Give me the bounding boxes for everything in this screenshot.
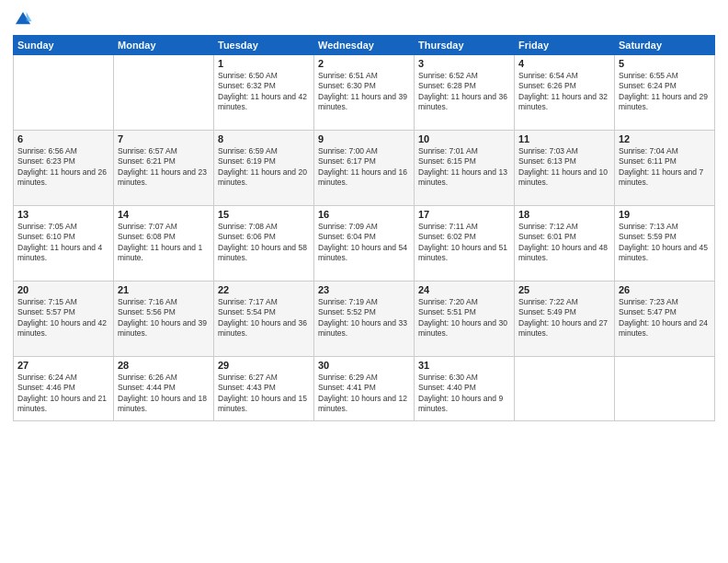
table-row: 7Sunrise: 6:57 AM Sunset: 6:21 PM Daylig… (114, 131, 214, 206)
table-row: 16Sunrise: 7:09 AM Sunset: 6:04 PM Dayli… (314, 206, 415, 282)
cell-info: Sunrise: 7:13 AM Sunset: 5:59 PM Dayligh… (619, 222, 711, 264)
cell-date: 24 (418, 284, 510, 295)
cell-info: Sunrise: 7:15 AM Sunset: 5:57 PM Dayligh… (17, 297, 109, 339)
cell-date: 9 (318, 133, 410, 144)
table-row: 17Sunrise: 7:11 AM Sunset: 6:02 PM Dayli… (415, 206, 515, 282)
calendar-week-row: 13Sunrise: 7:05 AM Sunset: 6:10 PM Dayli… (14, 206, 715, 282)
table-row (615, 357, 715, 421)
cell-info: Sunrise: 6:29 AM Sunset: 4:41 PM Dayligh… (318, 373, 410, 415)
table-row: 2Sunrise: 6:51 AM Sunset: 6:30 PM Daylig… (314, 55, 415, 131)
table-row: 23Sunrise: 7:19 AM Sunset: 5:52 PM Dayli… (314, 282, 415, 357)
table-row: 3Sunrise: 6:52 AM Sunset: 6:28 PM Daylig… (415, 55, 515, 131)
cell-date: 27 (17, 360, 109, 371)
cell-date: 25 (518, 284, 610, 295)
cell-date: 26 (619, 284, 711, 295)
col-thursday: Thursday (415, 36, 515, 55)
cell-date: 3 (418, 58, 510, 69)
cell-info: Sunrise: 7:11 AM Sunset: 6:02 PM Dayligh… (418, 222, 510, 264)
table-row: 14Sunrise: 7:07 AM Sunset: 6:08 PM Dayli… (114, 206, 214, 282)
cell-date: 19 (619, 209, 711, 220)
table-row: 5Sunrise: 6:55 AM Sunset: 6:24 PM Daylig… (615, 55, 715, 131)
cell-info: Sunrise: 6:57 AM Sunset: 6:21 PM Dayligh… (118, 146, 210, 189)
col-saturday: Saturday (615, 36, 715, 55)
cell-info: Sunrise: 7:03 AM Sunset: 6:13 PM Dayligh… (518, 146, 610, 189)
cell-info: Sunrise: 7:04 AM Sunset: 6:11 PM Dayligh… (619, 146, 711, 189)
cell-info: Sunrise: 7:16 AM Sunset: 5:56 PM Dayligh… (118, 297, 210, 339)
cell-date: 5 (619, 58, 711, 69)
calendar-header-row: Sunday Monday Tuesday Wednesday Thursday… (14, 36, 715, 55)
col-tuesday: Tuesday (214, 36, 314, 55)
col-friday: Friday (515, 36, 615, 55)
table-row: 25Sunrise: 7:22 AM Sunset: 5:49 PM Dayli… (515, 282, 615, 357)
table-row: 19Sunrise: 7:13 AM Sunset: 5:59 PM Dayli… (615, 206, 715, 282)
table-row: 24Sunrise: 7:20 AM Sunset: 5:51 PM Dayli… (415, 282, 515, 357)
table-row: 6Sunrise: 6:56 AM Sunset: 6:23 PM Daylig… (14, 131, 114, 206)
cell-info: Sunrise: 7:07 AM Sunset: 6:08 PM Dayligh… (118, 222, 210, 264)
table-row: 4Sunrise: 6:54 AM Sunset: 6:26 PM Daylig… (515, 55, 615, 131)
calendar-week-row: 1Sunrise: 6:50 AM Sunset: 6:32 PM Daylig… (14, 55, 715, 131)
calendar-week-row: 27Sunrise: 6:24 AM Sunset: 4:46 PM Dayli… (14, 357, 715, 421)
cell-date: 13 (17, 209, 109, 220)
cell-info: Sunrise: 6:56 AM Sunset: 6:23 PM Dayligh… (17, 146, 109, 189)
cell-info: Sunrise: 6:59 AM Sunset: 6:19 PM Dayligh… (218, 146, 310, 189)
cell-info: Sunrise: 7:00 AM Sunset: 6:17 PM Dayligh… (318, 146, 410, 189)
col-wednesday: Wednesday (314, 36, 415, 55)
cell-info: Sunrise: 7:23 AM Sunset: 5:47 PM Dayligh… (619, 297, 711, 339)
page: Sunday Monday Tuesday Wednesday Thursday… (0, 0, 728, 563)
table-row: 9Sunrise: 7:00 AM Sunset: 6:17 PM Daylig… (314, 131, 415, 206)
cell-info: Sunrise: 6:52 AM Sunset: 6:28 PM Dayligh… (418, 71, 510, 113)
table-row: 28Sunrise: 6:26 AM Sunset: 4:44 PM Dayli… (114, 357, 214, 421)
cell-info: Sunrise: 7:17 AM Sunset: 5:54 PM Dayligh… (218, 297, 310, 339)
cell-date: 6 (17, 133, 109, 144)
calendar-week-row: 6Sunrise: 6:56 AM Sunset: 6:23 PM Daylig… (14, 131, 715, 206)
table-row: 22Sunrise: 7:17 AM Sunset: 5:54 PM Dayli… (214, 282, 314, 357)
cell-info: Sunrise: 6:50 AM Sunset: 6:32 PM Dayligh… (218, 71, 310, 113)
table-row (114, 55, 214, 131)
table-row: 27Sunrise: 6:24 AM Sunset: 4:46 PM Dayli… (14, 357, 114, 421)
table-row: 15Sunrise: 7:08 AM Sunset: 6:06 PM Dayli… (214, 206, 314, 282)
cell-info: Sunrise: 7:08 AM Sunset: 6:06 PM Dayligh… (218, 222, 310, 264)
cell-date: 22 (218, 284, 310, 295)
cell-date: 11 (518, 133, 610, 144)
table-row: 8Sunrise: 6:59 AM Sunset: 6:19 PM Daylig… (214, 131, 314, 206)
cell-info: Sunrise: 6:51 AM Sunset: 6:30 PM Dayligh… (318, 71, 410, 113)
logo-icon (13, 9, 33, 29)
header (13, 9, 715, 29)
cell-date: 18 (518, 209, 610, 220)
table-row: 21Sunrise: 7:16 AM Sunset: 5:56 PM Dayli… (114, 282, 214, 357)
cell-info: Sunrise: 6:30 AM Sunset: 4:40 PM Dayligh… (418, 373, 510, 415)
logo (13, 9, 35, 29)
cell-info: Sunrise: 6:26 AM Sunset: 4:44 PM Dayligh… (118, 373, 210, 415)
cell-date: 16 (318, 209, 410, 220)
table-row: 11Sunrise: 7:03 AM Sunset: 6:13 PM Dayli… (515, 131, 615, 206)
cell-info: Sunrise: 7:19 AM Sunset: 5:52 PM Dayligh… (318, 297, 410, 339)
table-row (515, 357, 615, 421)
col-sunday: Sunday (14, 36, 114, 55)
cell-date: 1 (218, 58, 310, 69)
table-row: 20Sunrise: 7:15 AM Sunset: 5:57 PM Dayli… (14, 282, 114, 357)
table-row: 12Sunrise: 7:04 AM Sunset: 6:11 PM Dayli… (615, 131, 715, 206)
cell-date: 21 (118, 284, 210, 295)
col-monday: Monday (114, 36, 214, 55)
cell-date: 12 (619, 133, 711, 144)
cell-info: Sunrise: 7:05 AM Sunset: 6:10 PM Dayligh… (17, 222, 109, 264)
cell-info: Sunrise: 6:55 AM Sunset: 6:24 PM Dayligh… (619, 71, 711, 113)
cell-date: 28 (118, 360, 210, 371)
cell-info: Sunrise: 7:12 AM Sunset: 6:01 PM Dayligh… (518, 222, 610, 264)
cell-date: 14 (118, 209, 210, 220)
table-row (14, 55, 114, 131)
table-row: 1Sunrise: 6:50 AM Sunset: 6:32 PM Daylig… (214, 55, 314, 131)
calendar: Sunday Monday Tuesday Wednesday Thursday… (13, 35, 715, 421)
calendar-week-row: 20Sunrise: 7:15 AM Sunset: 5:57 PM Dayli… (14, 282, 715, 357)
cell-info: Sunrise: 7:09 AM Sunset: 6:04 PM Dayligh… (318, 222, 410, 264)
cell-info: Sunrise: 7:22 AM Sunset: 5:49 PM Dayligh… (518, 297, 610, 339)
cell-date: 15 (218, 209, 310, 220)
cell-date: 17 (418, 209, 510, 220)
cell-date: 31 (418, 360, 510, 371)
cell-date: 4 (518, 58, 610, 69)
cell-info: Sunrise: 7:20 AM Sunset: 5:51 PM Dayligh… (418, 297, 510, 339)
cell-info: Sunrise: 6:24 AM Sunset: 4:46 PM Dayligh… (17, 373, 109, 415)
table-row: 26Sunrise: 7:23 AM Sunset: 5:47 PM Dayli… (615, 282, 715, 357)
cell-date: 10 (418, 133, 510, 144)
cell-date: 7 (118, 133, 210, 144)
